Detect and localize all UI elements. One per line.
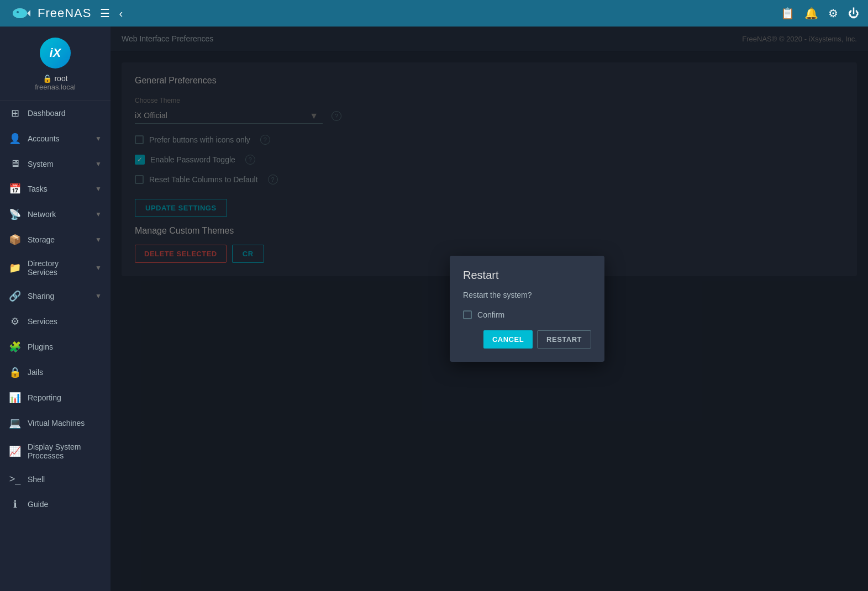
sidebar-item-reporting[interactable]: 📊 Reporting [0,385,111,410]
cancel-button[interactable]: CANCEL [483,330,533,349]
lock-icon: 🔒 [43,74,52,83]
main-content: Web Interface Preferences FreeNAS® © 202… [111,27,868,591]
vm-icon: 💻 [9,417,21,429]
sidebar-item-label: System [28,160,54,168]
topnav-left: FreeNAS ☰ ‹ [9,2,123,25]
chevron-down-icon: ▼ [95,185,102,193]
plugins-icon: 🧩 [9,341,21,353]
dialog-title: Restart [463,269,591,282]
sidebar: iX 🔒 root freenas.local ⊞ Dashboard 👤 Ac… [0,27,111,591]
sidebar-item-label: Tasks [28,184,48,193]
sidebar-item-services[interactable]: ⚙ Services [0,309,111,334]
sidebar-item-shell[interactable]: >_ Shell [0,467,111,492]
brand-name: FreeNAS [38,6,91,20]
sidebar-item-dashboard[interactable]: ⊞ Dashboard [0,101,111,126]
sharing-icon: 🔗 [9,290,21,302]
sidebar-item-label: Jails [28,368,43,377]
dialog-confirm-checkbox[interactable] [463,310,472,319]
accounts-icon: 👤 [9,133,21,145]
processes-icon: 📈 [9,445,21,457]
sidebar-item-guide[interactable]: ℹ Guide [0,492,111,517]
sidebar-item-tasks[interactable]: 📅 Tasks ▼ [0,176,111,202]
topnav-icons: 📋 🔔 ⚙ ⏻ [781,7,859,20]
svg-point-2 [13,8,27,18]
sidebar-item-virtual-machines[interactable]: 💻 Virtual Machines [0,410,111,436]
svg-point-4 [17,11,19,13]
sidebar-item-label: Display System Processes [28,442,102,460]
sidebar-item-label: Virtual Machines [28,419,85,428]
chevron-down-icon: ▼ [95,236,102,244]
sidebar-item-label: Accounts [28,134,60,143]
chevron-down-icon: ▼ [95,210,102,218]
notifications-icon[interactable]: 🔔 [804,7,818,20]
directory-icon: 📁 [9,262,21,274]
services-icon: ⚙ [9,315,21,328]
dialog-confirm-row: Confirm [463,310,591,319]
sidebar-item-label: Plugins [28,342,53,351]
restart-button[interactable]: RESTART [537,330,591,349]
sidebar-item-label: Storage [28,235,55,244]
sidebar-item-label: Directory Services [28,259,88,277]
sidebar-item-sharing[interactable]: 🔗 Sharing ▼ [0,283,111,309]
sidebar-item-jails[interactable]: 🔒 Jails [0,360,111,385]
user-name: 🔒 root [43,74,67,83]
sidebar-item-network[interactable]: 📡 Network ▼ [0,202,111,227]
sidebar-item-label: Network [28,210,56,219]
user-hostname: freenas.local [35,83,76,91]
sidebar-item-label: Guide [28,500,48,509]
topnav: FreeNAS ☰ ‹ 📋 🔔 ⚙ ⏻ [0,0,868,27]
network-icon: 📡 [9,208,21,220]
dialog-overlay: Restart Restart the system? Confirm CANC… [111,27,868,591]
sidebar-item-label: Sharing [28,292,54,300]
sidebar-item-system[interactable]: 🖥 System ▼ [0,151,111,176]
sidebar-item-label: Shell [28,475,45,484]
chevron-down-icon: ▼ [95,264,102,272]
logo-area: FreeNAS [9,2,91,25]
sidebar-item-storage[interactable]: 📦 Storage ▼ [0,227,111,252]
sidebar-item-label: Reporting [28,393,61,402]
freenas-logo [9,2,32,25]
sidebar-item-plugins[interactable]: 🧩 Plugins [0,334,111,360]
sidebar-item-label: Services [28,317,57,326]
user-avatar: iX [40,38,71,68]
dialog-message: Restart the system? [463,291,591,299]
user-section: iX 🔒 root freenas.local [0,27,111,101]
sidebar-item-directory-services[interactable]: 📁 Directory Services ▼ [0,252,111,283]
menu-icon[interactable]: ☰ [100,7,110,20]
dialog-buttons: CANCEL RESTART [463,330,591,349]
layout: iX 🔒 root freenas.local ⊞ Dashboard 👤 Ac… [0,27,868,591]
storage-icon: 📦 [9,234,21,246]
restart-dialog: Restart Restart the system? Confirm CANC… [450,256,604,362]
sidebar-item-accounts[interactable]: 👤 Accounts ▼ [0,126,111,151]
system-icon: 🖥 [9,158,21,170]
jails-icon: 🔒 [9,366,21,378]
chevron-down-icon: ▼ [95,135,102,143]
reporting-icon: 📊 [9,392,21,404]
chevron-down-icon: ▼ [95,160,102,168]
sidebar-item-label: Dashboard [28,109,66,118]
chevron-down-icon: ▼ [95,292,102,300]
guide-icon: ℹ [9,498,21,510]
dashboard-icon: ⊞ [9,107,21,119]
shell-icon: >_ [9,473,21,485]
power-icon[interactable]: ⏻ [848,7,859,20]
settings-icon[interactable]: ⚙ [828,7,838,20]
dialog-confirm-label: Confirm [477,310,504,319]
tasks-icon: 📅 [9,183,21,195]
notes-icon[interactable]: 📋 [781,7,795,20]
back-icon[interactable]: ‹ [119,7,123,20]
sidebar-nav: ⊞ Dashboard 👤 Accounts ▼ 🖥 System ▼ 📅 Ta… [0,101,111,517]
sidebar-item-display-system-processes[interactable]: 📈 Display System Processes [0,436,111,467]
